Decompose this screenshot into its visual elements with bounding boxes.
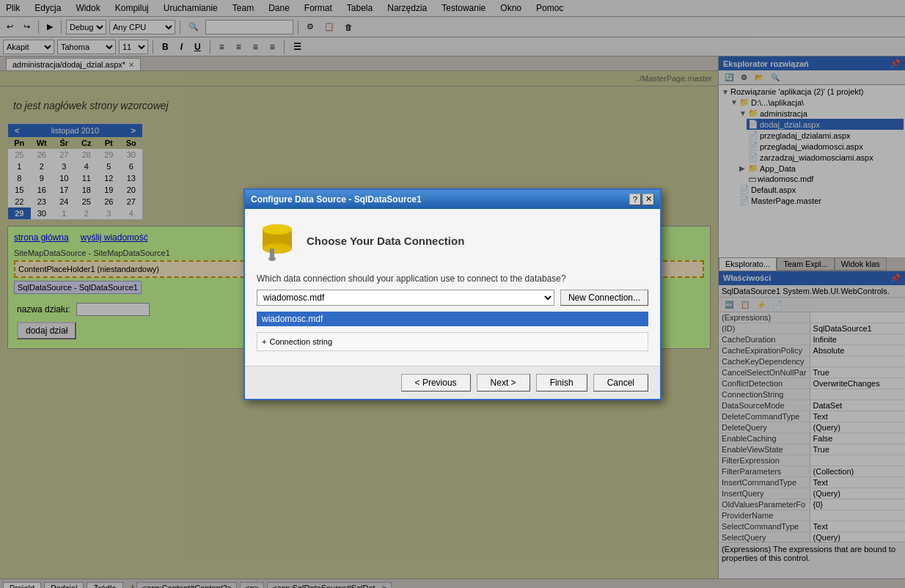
modal-question: Which data connection should your applic… (257, 273, 648, 284)
next-btn[interactable]: Next > (477, 374, 530, 392)
modal-title-text: Configure Data Source - SqlDataSource1 (251, 194, 422, 205)
finish-btn[interactable]: Finish (536, 374, 587, 392)
modal-title-bar: Configure Data Source - SqlDataSource1 ?… (245, 190, 660, 209)
modal-help-btn[interactable]: ? (629, 194, 641, 205)
svg-point-5 (268, 257, 276, 261)
svg-point-2 (263, 243, 292, 254)
cancel-btn[interactable]: Cancel (593, 374, 648, 392)
connection-dropdown-list: wiadomosc.mdf (257, 312, 648, 326)
svg-point-3 (263, 224, 292, 235)
new-connection-btn[interactable]: New Connection... (560, 290, 648, 306)
conn-string-expand[interactable]: + Connection string (260, 336, 645, 348)
modal-close-btn[interactable]: ✕ (642, 194, 654, 205)
connection-select[interactable]: wiadomosc.mdf (257, 290, 554, 306)
configure-datasource-dialog: Configure Data Source - SqlDataSource1 ?… (243, 188, 662, 400)
modal-overlay: Configure Data Source - SqlDataSource1 ?… (0, 0, 905, 588)
modal-heading: Choose Your Data Connection (307, 235, 464, 247)
previous-btn[interactable]: < Previous (401, 374, 471, 392)
modal-body: Choose Your Data Connection Which data c… (245, 209, 660, 366)
conn-string-label: Connection string (269, 337, 332, 346)
modal-dropdown-row: wiadomosc.mdf New Connection... (257, 290, 648, 306)
modal-title-buttons: ? ✕ (629, 194, 654, 205)
modal-footer: < Previous Next > Finish Cancel (245, 366, 660, 399)
expand-plus-icon: + (262, 337, 266, 346)
db-svg (257, 221, 298, 262)
connection-option[interactable]: wiadomosc.mdf (257, 312, 648, 326)
connection-string-section: + Connection string (257, 332, 648, 351)
database-icon (257, 221, 298, 262)
modal-header-row: Choose Your Data Connection (257, 221, 648, 262)
